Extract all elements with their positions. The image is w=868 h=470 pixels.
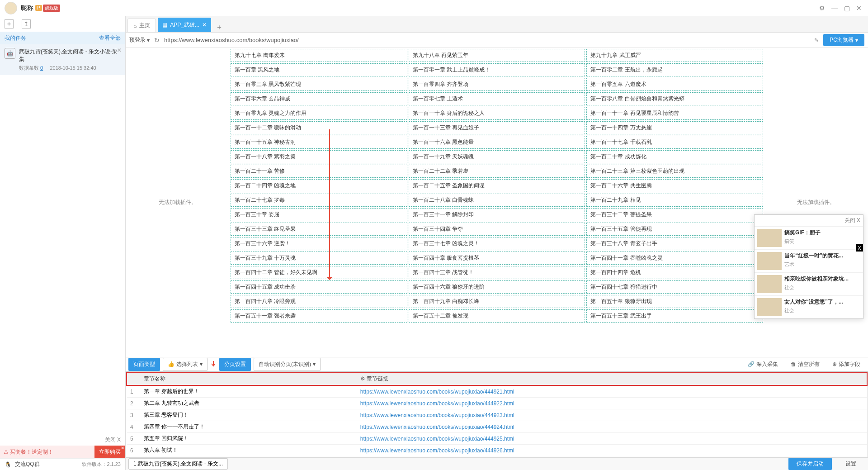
chapter-url-link[interactable]: https://www.lewenxiaoshuo.com/books/wupo… [360, 447, 514, 454]
table-row[interactable]: 3第三章 恶客登门！https://www.lewenxiaoshuo.com/… [127, 409, 867, 421]
chapter-link[interactable]: 第一百二十七章 罗毒 [231, 194, 407, 207]
new-task-icon[interactable]: ＋ [5, 19, 14, 28]
buy-now-button[interactable]: 立即购买✕ [94, 446, 125, 458]
chapter-url-link[interactable]: https://www.lewenxiaoshuo.com/books/wupo… [360, 412, 514, 418]
col-chapter-link[interactable]: ⚙ 章节链接 [357, 372, 867, 385]
chapter-link[interactable]: 第一百三十八章 青玄子出手 [586, 237, 763, 250]
chapter-link[interactable]: 第一百一十七章 千载石乳 [586, 136, 763, 149]
col-chapter-name[interactable]: 章节名称 [140, 372, 357, 385]
chapter-link[interactable]: 第一百一十五章 神秘古洞 [231, 136, 407, 149]
page-type-button[interactable]: 页面类型 [128, 358, 160, 371]
tab-home[interactable]: ⌂ 主页 [127, 19, 156, 32]
view-all-link[interactable]: 查看全部 [99, 34, 121, 42]
chapter-link[interactable]: 第一百四十二章 管徒，好久未见啊 [231, 266, 407, 279]
add-field-button[interactable]: ⊕ 添加字段 [827, 358, 865, 371]
chapter-link[interactable]: 第一百零七章 土遁术 [409, 92, 585, 105]
select-list-button[interactable]: 👍 选择列表 ▾ [163, 358, 208, 371]
reload-icon[interactable]: ↻ [154, 37, 160, 44]
chapter-link[interactable]: 第一百三十二章 菩提圣果 [586, 208, 763, 221]
tab-active[interactable]: ▤ APP_武破... ✕ [158, 18, 211, 32]
news-close[interactable]: 关闭 X [844, 217, 860, 224]
avatar[interactable] [5, 2, 17, 14]
chapter-link[interactable]: 第一百一十四章 万丈悬崖 [586, 121, 763, 134]
chapter-link[interactable]: 第一百五十二章 被发现 [409, 309, 585, 323]
chapter-link[interactable]: 第一百一十八章 紫羽之翼 [231, 150, 407, 163]
chapter-link[interactable]: 第一百二十章 成功炼化 [586, 150, 763, 163]
clear-all-button[interactable]: 🗑 清空所有 [786, 358, 825, 371]
chapter-link[interactable]: 第一百三十六章 逆袭！ [231, 237, 407, 250]
chapter-url-link[interactable]: https://www.lewenxiaoshuo.com/books/wupo… [360, 400, 514, 407]
chapter-link[interactable]: 第一百四十三章 战管徒！ [409, 266, 585, 279]
chapter-link[interactable]: 第一百二十二章 乘若虚 [409, 165, 585, 178]
news-item[interactable]: 相亲吃饭你被相亲对象坑...社会 [755, 272, 863, 295]
chapter-link[interactable]: 第一百三十五章 管徒再现 [586, 223, 763, 236]
import-icon[interactable]: ↥ [22, 19, 31, 28]
chapter-link[interactable]: 第一百五十一章 强者来袭 [231, 309, 407, 323]
chapter-link[interactable]: 第一百零八章 白骨烈焰兽和青煞紫光蟒 [586, 92, 763, 105]
chapter-link[interactable]: 第一百三十三章 终见圣果 [231, 223, 407, 236]
chapter-link[interactable]: 第一百四十四章 危机 [586, 266, 763, 279]
prelogin-button[interactable]: 预登录 ▾ [129, 36, 150, 44]
panel-close[interactable]: 关闭 X [0, 434, 125, 446]
add-tab-button[interactable]: ＋ [211, 23, 227, 32]
edit-icon[interactable]: ✎ [814, 37, 819, 43]
table-row[interactable]: 5第五章 回归武院！https://www.lewenxiaoshuo.com/… [127, 433, 867, 445]
chapter-link[interactable]: 第一百二十四章 凶魂之地 [231, 179, 407, 192]
chapter-link[interactable]: 第一百四十六章 狼獠牙的进阶 [409, 280, 585, 294]
chapter-link[interactable]: 第一百五十章 狼獠牙出现 [586, 295, 763, 308]
pc-browser-button[interactable]: PC浏览器 ▾ [823, 34, 864, 46]
chapter-link[interactable]: 第一百四十八章 冷眼旁观 [231, 295, 407, 308]
chapter-link[interactable]: 第一百三十七章 凶魂之灵！ [409, 237, 585, 250]
chapter-link[interactable]: 第九十八章 再见紫玉年 [409, 49, 585, 62]
settings-icon[interactable]: ⚙ [819, 5, 825, 12]
qq-group-link[interactable]: 交流QQ群 [15, 461, 40, 468]
chapter-link[interactable]: 第一百三十四章 争夺 [409, 223, 585, 236]
maximize-icon[interactable]: ▢ [844, 5, 850, 12]
news-item[interactable]: 当年“红极一时”的黄花...艺术 [755, 249, 863, 272]
task-item[interactable]: 🤖 武破九霄(苍笑天),全文阅读 - 乐文小说-采集 数据条数 0 2018-1… [0, 44, 125, 75]
chapter-link[interactable]: 第一百四十一章 吞噬凶魂之灵 [586, 252, 763, 265]
chapter-link[interactable]: 第一百四十五章 成功击杀 [231, 280, 407, 294]
chapter-link[interactable]: 第一百四十九章 白痴邓长峰 [409, 295, 585, 308]
chapter-link[interactable]: 第一百三十章 委屈 [231, 208, 407, 221]
chapter-link[interactable]: 第一百零三章 黑风散紫芒现 [231, 78, 407, 91]
chapter-link[interactable]: 第一百零九章 灵魂之力的作用 [231, 107, 407, 120]
minimize-icon[interactable]: — [831, 5, 838, 12]
chapter-link[interactable]: 第一百一十九章 天妖魂魄 [409, 150, 585, 163]
close-icon[interactable]: ✕ [856, 5, 862, 12]
chapter-url-link[interactable]: https://www.lewenxiaoshuo.com/books/wupo… [360, 436, 514, 442]
gear-icon[interactable]: ⚙ [360, 375, 365, 382]
chapter-link[interactable]: 第一百零五章 六道魔术 [586, 78, 763, 91]
task-close-icon[interactable]: ✕ [117, 47, 122, 53]
chapter-link[interactable]: 第一百零一章 武士上品巅峰成！ [409, 63, 585, 76]
chapter-link[interactable]: 第一百零二章 王航出，杀戮起 [586, 63, 763, 76]
data-table-wrap[interactable]: 章节名称 ⚙ 章节链接 1第一章 穿越后的世界！https://www.lewe… [126, 371, 868, 457]
news-dismiss-x[interactable]: X [856, 244, 863, 252]
chapter-link[interactable]: 第一百四十章 服食菩提根茎 [409, 252, 585, 265]
chapter-link[interactable]: 第一百一十三章 再见血娘子 [409, 121, 585, 134]
news-item[interactable]: 搞笑GIF：胆子搞笑 [755, 226, 863, 249]
chapter-url-link[interactable]: https://www.lewenxiaoshuo.com/books/wupo… [360, 389, 514, 395]
auto-detect-paging[interactable]: 自动识别分页(未识别) ▾ [254, 358, 321, 371]
tab-close-icon[interactable]: ✕ [202, 22, 207, 28]
chapter-link[interactable]: 第九十七章 鹰隼袭来 [231, 49, 407, 62]
chapter-link[interactable]: 第一百一十六章 黑色能量 [409, 136, 585, 149]
chapter-grid-container[interactable]: 第九十七章 鹰隼袭来第九十八章 再见紫玉年第九十九章 武王威严第一百章 黑风之地… [230, 48, 764, 357]
settings-button[interactable]: 设置 [845, 460, 856, 468]
chapter-link[interactable]: 第一百二十三章 第三枚紫色玉葫的出现 [586, 165, 763, 178]
chapter-link[interactable]: 第一百五十三章 武王出手 [586, 309, 763, 323]
chapter-link[interactable]: 第一百三十九章 十万灵魂 [231, 252, 407, 265]
chapter-link[interactable]: 第一百二十五章 圣象国的间谍 [409, 179, 585, 192]
chapter-link[interactable]: 第一百零四章 齐齐登场 [409, 78, 585, 91]
table-row[interactable]: 2第二章 九转玄功之武者https://www.lewenxiaoshuo.co… [127, 398, 867, 409]
chapter-link[interactable]: 第一百二十一章 苦修 [231, 165, 407, 178]
chapter-link[interactable]: 第一百二十九章 相见 [586, 194, 763, 207]
chapter-link[interactable]: 第一百一十一章 再见覆星辰和情韵苦 [586, 107, 763, 120]
chapter-link[interactable]: 第一百三十一章 解除封印 [409, 208, 585, 221]
chapter-link[interactable]: 第一百四十七章 狩猎进行中 [586, 280, 763, 294]
chapter-link[interactable]: 第一百二十六章 共生图腾 [586, 179, 763, 192]
chapter-link[interactable]: 第一百零六章 玄晶神威 [231, 92, 407, 105]
paging-button[interactable]: 分页设置 [219, 358, 251, 371]
chapter-link[interactable]: 第一百章 黑风之地 [231, 63, 407, 76]
chapter-link[interactable]: 第九十九章 武王威严 [586, 49, 763, 62]
